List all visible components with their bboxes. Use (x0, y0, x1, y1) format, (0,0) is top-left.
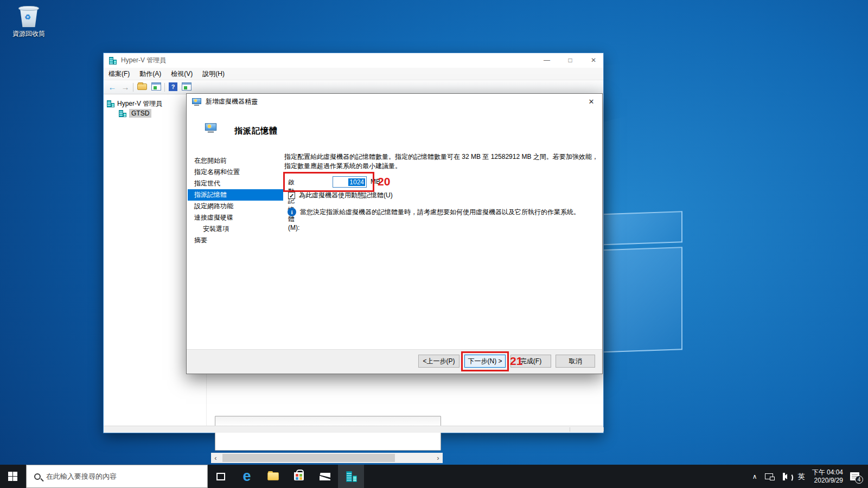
file-explorer-button[interactable] (260, 465, 286, 488)
scroll-right-icon[interactable]: › (433, 453, 443, 463)
task-view-button[interactable] (208, 465, 234, 488)
info-icon: i (288, 208, 296, 216)
step-summary[interactable]: 摘要 (188, 235, 283, 246)
store-button[interactable] (286, 465, 312, 488)
manager-titlebar[interactable]: Hyper-V 管理員 — □ ✕ (104, 53, 603, 68)
hyperv-app-icon (109, 57, 117, 65)
wizard-content: 指定配置給此虛擬機器的記憶體數量。指定的記憶體數量可在 32 MB 至 1258… (284, 152, 598, 171)
menu-help[interactable]: 說明(H) (197, 69, 229, 79)
manager-window-title: Hyper-V 管理員 (121, 56, 166, 65)
hyperv-taskbar-button[interactable] (338, 465, 364, 488)
action-center-icon: 4 (850, 472, 859, 480)
wizard-footer: <上一步(P) 下一步(N) > 完成(F) 取消 (187, 349, 602, 374)
hyperv-icon (345, 471, 357, 482)
task-view-icon (216, 473, 225, 480)
step-generation[interactable]: 指定世代 (188, 178, 283, 189)
back-arrow-icon[interactable]: ← (107, 82, 118, 93)
clock-time: 下午 04:04 (812, 468, 843, 477)
help-icon[interactable]: ? (169, 82, 177, 91)
new-vm-wizard-dialog: 新增虛擬機器精靈 ✕ 指派記憶體 在您開始前 指定名稱和位置 指定世代 指派記憶… (186, 93, 603, 374)
back-button[interactable]: <上一步(P) (418, 355, 459, 368)
menu-file[interactable]: 檔案(F) (104, 69, 135, 79)
wizard-page-title: 指派記憶體 (234, 126, 278, 136)
tree-root-label: Hyper-V 管理員 (117, 99, 162, 108)
scrollbar-track[interactable] (220, 453, 433, 463)
mail-button[interactable] (312, 465, 338, 488)
horizontal-scrollbar[interactable]: ‹ › (211, 453, 443, 463)
memory-intro-text: 指定配置給此虛擬機器的記憶體數量。指定的記憶體數量可在 32 MB 至 1258… (284, 152, 599, 171)
recycle-bin-desktop-icon[interactable]: ♻ 資源回收筒 (4, 4, 53, 38)
store-icon (294, 472, 304, 480)
file-explorer-icon (267, 472, 279, 480)
step-assign-memory[interactable]: 指派記憶體 (188, 189, 283, 201)
maximize-button[interactable]: □ (561, 53, 579, 67)
edge-icon: e (242, 469, 251, 484)
cancel-button[interactable]: 取消 (556, 355, 595, 368)
annotation-number-20: 20 (378, 175, 390, 188)
tree-item-root[interactable]: Hyper-V 管理員 (107, 99, 162, 108)
action-center-button[interactable]: 4 (850, 472, 859, 480)
tray-chevron-icon[interactable]: ∧ (752, 473, 757, 480)
startup-memory-value: 1024 (348, 178, 365, 186)
step-installation-options[interactable]: 安裝選項 (188, 223, 283, 235)
recycle-bin-label: 資源回收筒 (4, 29, 53, 38)
hyperv-tree-icon (107, 100, 114, 107)
wizard-page-icon (205, 123, 216, 133)
close-button[interactable]: ✕ (584, 53, 603, 67)
tree-item-host[interactable]: GTSD (119, 108, 151, 118)
scroll-left-icon[interactable]: ‹ (211, 453, 220, 463)
notification-badge: 4 (855, 476, 863, 484)
console-window-icon[interactable] (182, 82, 192, 91)
menu-view[interactable]: 檢視(V) (166, 69, 197, 79)
manager-menubar: 檔案(F) 動作(A) 檢視(V) 說明(H) (104, 68, 603, 80)
forward-arrow-icon[interactable]: → (120, 82, 131, 93)
taskbar: 在此輸入要搜尋的內容 e ∧ 英 下午 04:04 2020/9/29 (0, 465, 868, 488)
step-before-you-begin[interactable]: 在您開始前 (188, 155, 283, 166)
memory-info-row: i 當您決定指派給虛擬機器的記憶體量時，請考慮想要如何使用虛擬機器以及它所執行的… (288, 208, 580, 216)
step-configure-networking[interactable]: 設定網路功能 (188, 201, 283, 212)
edge-button[interactable]: e (234, 465, 260, 488)
wallpaper-window-pane-top (595, 211, 682, 246)
windows-logo-icon (8, 472, 17, 481)
minimize-button[interactable]: — (538, 53, 556, 67)
menu-action[interactable]: 動作(A) (135, 69, 166, 79)
toolbar-separator (133, 83, 133, 92)
startup-memory-label: 啟動記憶體(M): (288, 178, 299, 232)
wizard-close-icon[interactable]: ✕ (586, 97, 597, 107)
wizard-titlebar[interactable]: 新增虛擬機器精靈 ✕ (187, 94, 602, 110)
wizard-app-icon (192, 98, 201, 106)
host-tree-icon (119, 110, 126, 117)
clock-date: 2020/9/29 (812, 477, 843, 485)
taskbar-search-box[interactable]: 在此輸入要搜尋的內容 (26, 465, 208, 488)
search-placeholder: 在此輸入要搜尋的內容 (46, 472, 117, 481)
search-icon (34, 473, 41, 480)
scrollbar-thumb[interactable] (222, 454, 395, 462)
next-button[interactable]: 下一步(N) > (464, 355, 506, 368)
checkpoint-list-box (215, 416, 441, 451)
memory-info-text: 當您決定指派給虛擬機器的記憶體量時，請考慮想要如何使用虛擬機器以及它所執行的作業… (300, 208, 580, 216)
dynamic-memory-label: 為此虛擬機器使用動態記憶體(U) (299, 191, 393, 200)
volume-icon[interactable] (781, 474, 790, 479)
toolbar-separator (164, 83, 165, 92)
step-name-location[interactable]: 指定名稱和位置 (188, 166, 283, 178)
dynamic-memory-row[interactable]: ✓ 為此虛擬機器使用動態記憶體(U) (288, 191, 393, 200)
console-window-icon[interactable] (151, 82, 161, 91)
manager-statusbar (104, 426, 603, 433)
annotation-number-21: 21 (510, 355, 522, 368)
mail-icon (320, 473, 330, 480)
taskbar-clock[interactable]: 下午 04:04 2020/9/29 (812, 468, 843, 485)
wizard-title: 新增虛擬機器精靈 (206, 97, 258, 106)
system-tray: ∧ 英 下午 04:04 2020/9/29 4 (749, 465, 868, 488)
network-icon[interactable] (765, 473, 773, 479)
wallpaper-window-pane-bottom (595, 247, 682, 353)
tree-host-label: GTSD (129, 109, 151, 118)
wizard-step-list: 在您開始前 指定名稱和位置 指定世代 指派記憶體 設定網路功能 連接虛擬硬碟 安… (188, 155, 283, 246)
startup-memory-input[interactable]: 1024 (333, 176, 367, 188)
step-connect-vhd[interactable]: 連接虛擬硬碟 (188, 212, 283, 223)
start-button[interactable] (0, 465, 26, 488)
desktop-background: ♻ 資源回收筒 Hyper-V 管理員 — □ ✕ 檔案(F) 動作(A) 檢視… (0, 0, 868, 488)
wizard-header: 指派記憶體 (187, 110, 602, 151)
input-language-indicator[interactable]: 英 (798, 472, 805, 481)
dynamic-memory-checkbox[interactable]: ✓ (288, 192, 295, 199)
export-folder-icon[interactable] (137, 84, 147, 90)
